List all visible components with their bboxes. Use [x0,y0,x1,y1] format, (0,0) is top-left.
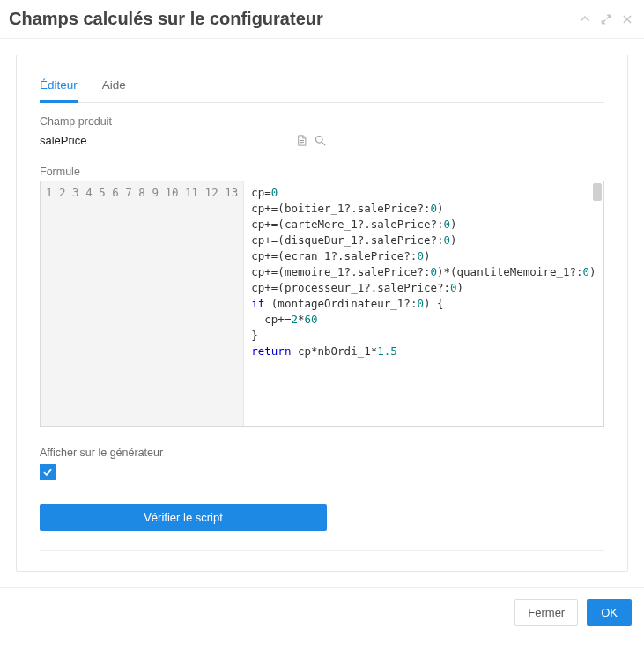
formula-label: Formule [40,166,604,178]
product-field-row [40,130,327,151]
code-editor[interactable]: 1 2 3 4 5 6 7 8 9 10 11 12 13 cp=0 cp+=(… [40,181,604,427]
tabs: Éditeur Aide [40,71,604,103]
editor-panel: Éditeur Aide Champ produit Formule 1 2 3… [16,55,628,572]
expand-icon[interactable] [600,13,612,26]
scrollbar-thumb[interactable] [593,183,602,201]
code-area[interactable]: cp=0 cp+=(boitier_1?.salePrice?:0) cp+=(… [244,181,603,426]
show-generator-label: Afficher sur le générateur [40,447,604,459]
verify-script-button[interactable]: Vérifier le script [40,504,327,531]
show-generator-row: Afficher sur le générateur [40,447,604,481]
product-field-input[interactable] [40,130,290,151]
product-field-label: Champ produit [40,115,604,128]
panel-wrap: Éditeur Aide Champ produit Formule 1 2 3… [0,39,644,587]
tab-help[interactable]: Aide [102,71,126,102]
header-controls [579,13,633,26]
close-button[interactable]: Fermer [514,599,578,626]
doc-icon[interactable] [295,134,308,147]
ok-button[interactable]: OK [587,599,632,626]
divider [40,550,604,551]
show-generator-checkbox[interactable] [40,464,56,480]
modal-footer: Fermer OK [0,587,644,637]
tab-editor[interactable]: Éditeur [40,71,78,103]
modal-title: Champs calculés sur le configurateur [9,9,579,29]
search-icon[interactable] [314,134,327,147]
collapse-icon[interactable] [579,13,591,26]
check-icon [41,466,54,478]
modal-header: Champs calculés sur le configurateur [0,0,644,39]
close-icon[interactable] [621,13,633,26]
svg-point-0 [316,137,323,144]
line-gutter: 1 2 3 4 5 6 7 8 9 10 11 12 13 [41,181,244,426]
